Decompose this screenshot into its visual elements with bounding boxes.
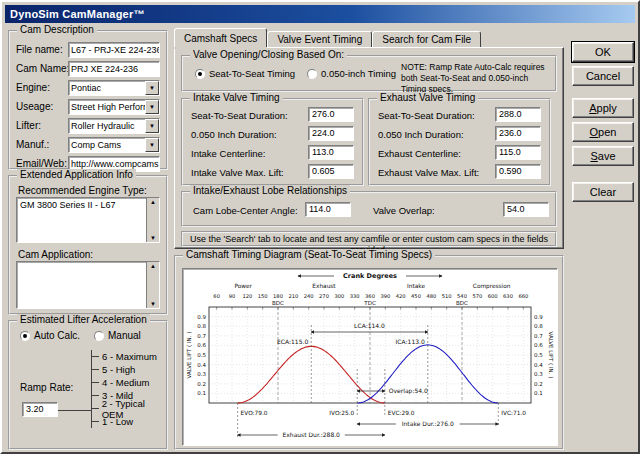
svg-text:330: 330 [350, 293, 360, 299]
intake-centerline-field[interactable]: 113.0 [308, 145, 354, 160]
exhaust-centerline-field[interactable]: 115.0 [495, 145, 541, 160]
cancel-button[interactable]: Cancel [572, 66, 634, 86]
intake-centerline-value: 113.0 [312, 147, 334, 157]
useage-label: Useage: [16, 101, 68, 112]
valve-basis-group: Valve Opening/Closing Based On: Seat-To-… [181, 55, 557, 92]
cam-application-textarea[interactable]: ▲▼ [16, 261, 160, 309]
lifter-value: Roller Hydraulic [71, 121, 135, 131]
tab-strip: Camshaft Specs Valve Event Timing Search… [174, 28, 481, 47]
lifter-scale-item: 2 - Typical OEM [92, 402, 166, 415]
engine-select[interactable]: Pontiac ▼ [68, 80, 160, 96]
field-row-useage: Useage: Street High Performance ▼ [10, 97, 166, 116]
lifter-scale[interactable]: 6 - Maximum 5 - High 4 - Medium 3 - Mild… [91, 350, 166, 428]
manuf-select[interactable]: Comp Cams ▼ [68, 137, 160, 153]
exhaust-max-lift-field[interactable]: 0.590 [495, 164, 541, 179]
valve-overlap-value: 54.0 [507, 204, 525, 214]
scroll-down-icon[interactable]: ▼ [150, 235, 156, 241]
valve-overlap-field[interactable]: 54.0 [503, 202, 549, 217]
intake-max-lift-value: 0.605 [312, 166, 335, 176]
intake-050-duration-field[interactable]: 224.0 [308, 126, 354, 141]
lifter-acceleration-group: Estimated Lifter Acceleration Auto Calc.… [8, 320, 168, 450]
svg-text:0.6: 0.6 [197, 342, 206, 348]
svg-text:Intake Dur.:276.0: Intake Dur.:276.0 [402, 420, 454, 427]
filename-field[interactable]: L67 - PRJ-XE 224-236 +1.6:1 [68, 42, 160, 58]
valve-overlap-label: Valve Overlap: [373, 205, 435, 216]
ramp-rate-value: 3.20 [26, 404, 44, 414]
scale-tick [92, 356, 99, 357]
svg-text:TDC: TDC [363, 300, 376, 306]
field-row-manuf: Manuf.: Comp Cams ▼ [10, 135, 166, 154]
svg-text:120: 120 [242, 293, 252, 299]
chevron-down-icon[interactable]: ▼ [145, 100, 159, 114]
seat-to-seat-radio[interactable]: Seat-To-Seat Timing [195, 68, 295, 79]
intake-max-lift-field[interactable]: 0.605 [308, 164, 354, 179]
emailweb-value: http://www.compcams.com [71, 159, 160, 169]
svg-text:Exhaust: Exhaust [312, 283, 336, 289]
exhaust-050-duration-field[interactable]: 236.0 [495, 126, 541, 141]
scroll-up-icon[interactable]: ▲ [150, 263, 156, 269]
intake-seat-duration-field[interactable]: 276.0 [308, 107, 354, 122]
lobe-angle-field[interactable]: 114.0 [305, 202, 351, 217]
scale-label: 6 - Maximum [102, 351, 157, 362]
scroll-up-icon[interactable]: ▲ [150, 199, 156, 205]
chevron-down-icon[interactable]: ▼ [145, 119, 159, 133]
save-button[interactable]: Save [572, 146, 634, 166]
svg-text:570: 570 [472, 293, 482, 299]
exhaust-timing-title: Exhaust Valve Timing [377, 92, 478, 103]
field-row-filename: File name: L67 - PRJ-XE 224-236 +1.6:1 [10, 40, 166, 59]
extended-info-title: Extended Application Info [17, 169, 136, 180]
ramp-rate-label: Ramp Rate: [20, 382, 73, 393]
tab-search-for-cam-file[interactable]: Search for Cam File [372, 31, 481, 47]
radio-circle-icon [20, 331, 30, 341]
open-button[interactable]: Open [572, 122, 634, 142]
svg-text:0.3: 0.3 [197, 371, 206, 377]
svg-text:90: 90 [229, 293, 236, 299]
manual-label: Manual [108, 330, 141, 341]
lifter-scale-item: 6 - Maximum [92, 350, 166, 363]
apply-button[interactable]: Apply [572, 98, 634, 118]
cam-description-group: Cam Description File name: L67 - PRJ-XE … [8, 30, 168, 170]
svg-text:390: 390 [380, 293, 390, 299]
scrollbar[interactable]: ▲▼ [146, 198, 159, 242]
title-bar[interactable]: DynoSim CamManager™ [5, 5, 635, 23]
scrollbar[interactable]: ▲▼ [146, 262, 159, 308]
ok-button[interactable]: OK [572, 42, 634, 62]
manual-radio[interactable]: Manual [94, 330, 141, 341]
scroll-down-icon[interactable]: ▼ [150, 301, 156, 307]
emailweb-label: Email/Web: [16, 158, 68, 169]
svg-text:Compression: Compression [473, 283, 511, 290]
svg-text:0.8: 0.8 [534, 323, 543, 329]
lifter-select[interactable]: Roller Hydraulic ▼ [68, 118, 160, 134]
camname-field[interactable]: PRJ XE 224-236 [68, 61, 160, 77]
inch-timing-radio[interactable]: 0.050-inch Timing [307, 68, 396, 79]
timing-diagram-svg: 0.10.10.20.20.30.30.40.40.50.50.60.60.70… [183, 269, 557, 443]
field-row-engine: Engine: Pontiac ▼ [10, 78, 166, 97]
useage-select[interactable]: Street High Performance ▼ [68, 99, 160, 115]
chevron-down-icon[interactable]: ▼ [145, 138, 159, 152]
tab-camshaft-specs[interactable]: Camshaft Specs [174, 28, 267, 47]
exhaust-centerline-value: 115.0 [499, 147, 521, 157]
svg-text:0.4: 0.4 [534, 362, 543, 368]
lobe-angle-value: 114.0 [309, 204, 331, 214]
svg-text:EVC:29.0: EVC:29.0 [388, 410, 415, 416]
radio-circle-icon [195, 69, 205, 79]
valve-basis-title: Valve Opening/Closing Based On: [190, 49, 347, 60]
search-hint-bar: Use the 'Search' tab to locate and test … [181, 231, 557, 247]
clear-button[interactable]: Clear [572, 182, 634, 202]
chevron-down-icon[interactable]: ▼ [145, 81, 159, 95]
engine-type-textarea[interactable]: GM 3800 Series II - L67 ▲▼ [16, 197, 160, 243]
auto-calc-radio[interactable]: Auto Calc. [20, 330, 80, 341]
svg-text:0.3: 0.3 [534, 371, 543, 377]
exhaust-seat-duration-value: 288.0 [499, 109, 522, 119]
svg-text:0.1: 0.1 [534, 390, 543, 396]
radio-circle-icon [307, 69, 317, 79]
engine-value: Pontiac [71, 83, 101, 93]
tab-valve-event-timing[interactable]: Valve Event Timing [267, 31, 372, 47]
svg-text:0.7: 0.7 [534, 333, 543, 339]
exhaust-seat-duration-field[interactable]: 288.0 [495, 107, 541, 122]
ramp-rate-field[interactable]: 3.20 [22, 402, 58, 417]
exhaust-timing-group: Exhaust Valve Timing Seat-To-Seat Durati… [368, 98, 551, 186]
camshaft-specs-panel: Valve Opening/Closing Based On: Seat-To-… [174, 47, 564, 249]
cam-application-label: Cam Application: [18, 249, 93, 260]
svg-text:IVC:71.0: IVC:71.0 [501, 410, 526, 416]
